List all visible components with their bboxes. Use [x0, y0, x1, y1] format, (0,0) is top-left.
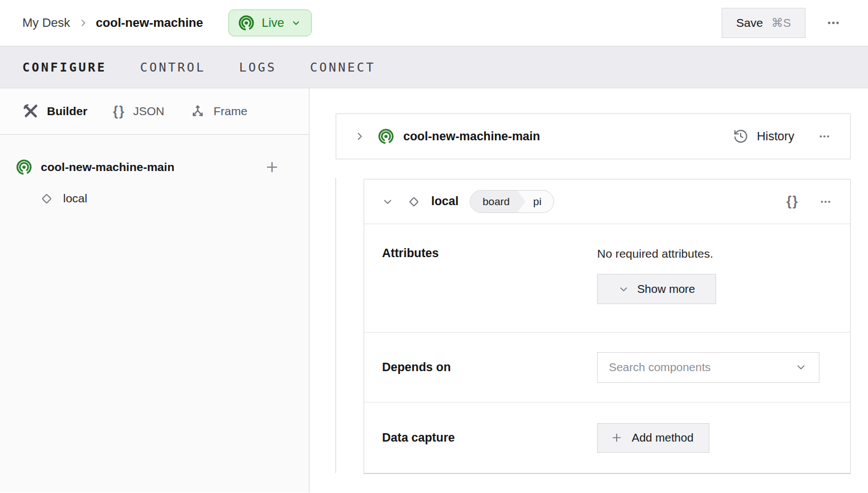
view-tab-frame[interactable]: Frame — [190, 103, 247, 119]
part-card-menu-button[interactable] — [814, 126, 834, 146]
attributes-section-label: Attributes — [382, 224, 597, 332]
tab-configure[interactable]: CONFIGURE — [22, 60, 107, 74]
save-shortcut-hint: ⌘S — [771, 16, 791, 30]
component-tree: cool-new-machine-main local — [0, 135, 309, 213]
main-nav-tabs: CONFIGURE CONTROL LOGS CONNECT — [0, 46, 868, 88]
tab-control[interactable]: CONTROL — [140, 60, 206, 74]
history-button-label: History — [757, 130, 794, 144]
tree-indent-guide — [335, 178, 336, 473]
config-view-switcher: Builder {} JSON Frame — [0, 88, 309, 135]
save-button[interactable]: Save ⌘S — [722, 8, 805, 38]
component-type: board — [470, 191, 526, 212]
tab-connect[interactable]: CONNECT — [310, 60, 375, 74]
component-name: local — [431, 195, 459, 208]
show-more-button[interactable]: Show more — [597, 274, 716, 304]
view-tab-builder-label: Builder — [47, 105, 87, 118]
machine-part-icon — [378, 128, 394, 145]
machine-part-icon — [16, 159, 32, 176]
component-model: pi — [526, 191, 554, 212]
view-tab-builder[interactable]: Builder — [22, 103, 87, 120]
live-status-icon — [238, 15, 255, 31]
add-method-button[interactable]: Add method — [597, 423, 709, 453]
depends-on-placeholder: Search components — [609, 361, 710, 374]
tree-part-name: cool-new-machine-main — [41, 160, 174, 174]
chevron-down-icon — [291, 18, 301, 28]
component-json-button[interactable]: {} — [784, 192, 801, 211]
attributes-empty-text: No required attributes. — [597, 247, 716, 260]
depends-on-select[interactable]: Search components — [597, 352, 819, 383]
chevron-down-icon — [618, 284, 629, 295]
plus-icon — [611, 432, 623, 444]
show-more-button-label: Show more — [637, 282, 695, 296]
content-area: Builder {} JSON Frame — [0, 88, 868, 492]
component-diamond-icon — [39, 191, 54, 206]
component-card-header: local board pi {} — [364, 179, 850, 224]
history-clock-icon — [733, 129, 748, 144]
tree-item-machine-part[interactable]: cool-new-machine-main — [0, 153, 309, 182]
braces-icon: {} — [113, 104, 125, 119]
header: My Desk cool-new-machine Live Save ⌘S — [0, 0, 868, 46]
save-button-label: Save — [736, 16, 763, 30]
tree-item-local[interactable]: local — [0, 184, 309, 213]
add-component-button[interactable] — [262, 157, 282, 177]
view-tab-json[interactable]: {} JSON — [113, 104, 164, 119]
breadcrumb: My Desk cool-new-machine — [22, 16, 203, 30]
breadcrumb-separator-icon — [78, 18, 88, 28]
history-button[interactable]: History — [733, 129, 794, 144]
add-method-button-label: Add method — [632, 431, 694, 444]
machine-part-card: cool-new-machine-main History — [336, 113, 851, 159]
part-card-expand-toggle[interactable] — [353, 130, 366, 143]
data-capture-section: Data capture Add method — [364, 402, 850, 473]
tree-component-name: local — [63, 192, 87, 205]
config-main-panel: cool-new-machine-main History — [309, 88, 868, 492]
frame-axes-icon — [190, 103, 206, 119]
attributes-section-value: No required attributes. Show more — [597, 224, 716, 332]
component-header-actions: {} — [784, 192, 836, 212]
breadcrumb-parent-link[interactable]: My Desk — [22, 16, 70, 30]
view-tab-json-label: JSON — [133, 105, 164, 118]
chevron-down-icon — [795, 362, 807, 373]
live-status-label: Live — [261, 16, 284, 30]
builder-tools-icon — [22, 103, 39, 120]
view-tab-frame-label: Frame — [213, 105, 247, 118]
depends-on-section: Depends on Search components — [364, 333, 850, 402]
sidebar: Builder {} JSON Frame — [0, 88, 309, 492]
component-collapse-toggle[interactable] — [381, 195, 394, 208]
component-type-badge: board pi — [470, 190, 554, 213]
attributes-section: Attributes No required attributes. Show … — [364, 224, 850, 333]
component-menu-button[interactable] — [815, 192, 836, 212]
depends-on-section-label: Depends on — [382, 361, 597, 375]
data-capture-section-label: Data capture — [382, 431, 597, 445]
part-card-title: cool-new-machine-main — [403, 130, 540, 144]
machine-status-dropdown[interactable]: Live — [228, 10, 311, 36]
header-overflow-menu-button[interactable] — [822, 12, 845, 34]
component-card-local: local board pi {} — [364, 179, 851, 473]
machine-name: cool-new-machine — [96, 16, 203, 30]
tab-logs[interactable]: LOGS — [239, 60, 276, 74]
component-diamond-icon — [407, 195, 421, 209]
machine-config-page: My Desk cool-new-machine Live Save ⌘S — [0, 0, 868, 493]
